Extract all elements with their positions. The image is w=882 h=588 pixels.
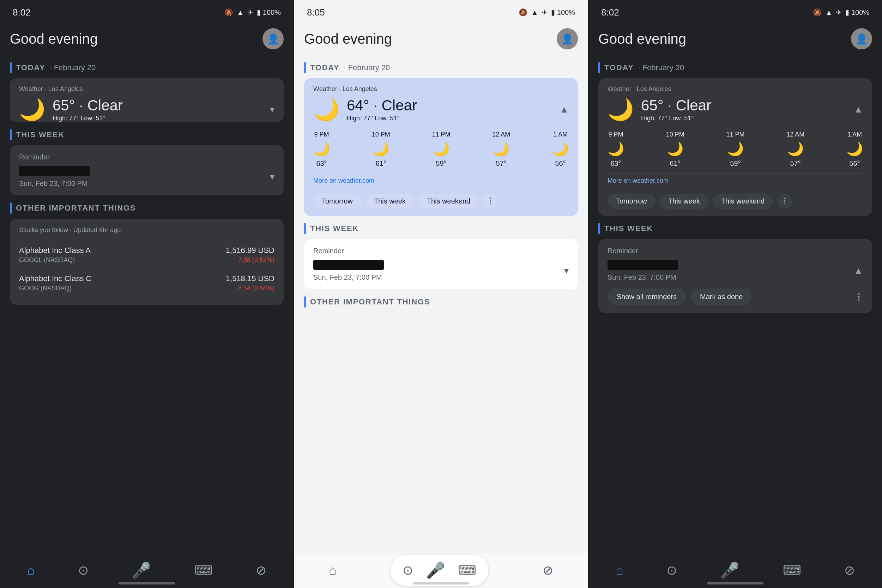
hour-item-2-4: 1 AM 🌙 56°: [552, 131, 569, 168]
hour-temp-3-1: 61°: [670, 159, 681, 168]
moon-icon-1: 🌙: [19, 97, 45, 122]
weather-card-3: Weather · Los Angeles 🌙 65° · Clear High…: [598, 78, 872, 216]
weather-collapse-btn-3[interactable]: ▲: [854, 104, 863, 115]
thisweek-label-1: THIS WEEK: [16, 130, 64, 140]
mute-icon-3: 🔕: [813, 8, 822, 16]
status-bar-1: 8:02 🔕 ▲ ✈ ▮ 100%: [0, 0, 294, 21]
avatar-1[interactable]: 👤: [262, 28, 284, 50]
chip-tomorrow-3[interactable]: Tomorrow: [608, 194, 656, 209]
reminder-card-3: Reminder Sun, Feb 23, 7:00 PM ▲ Show all…: [598, 239, 872, 313]
hour-label-3-3: 12 AM: [786, 131, 804, 138]
home-nav-icon-3[interactable]: ⌂: [612, 560, 627, 581]
stocks-header-1: Stocks you follow · Updated 6hr ago: [19, 226, 274, 234]
airplane-icon-2: ✈: [542, 8, 548, 16]
weather-link-3[interactable]: More on weather.com: [608, 173, 863, 189]
compass-nav-icon-2[interactable]: ⊘: [539, 560, 557, 581]
panel-content-3: Good evening 👤 TODAY · February 20 Weath…: [588, 21, 882, 553]
keyboard-nav-icon-3[interactable]: ⌨: [779, 560, 805, 581]
chip-thisweekend-2[interactable]: This weekend: [418, 194, 479, 209]
today-label-3: TODAY: [604, 63, 634, 72]
reminder-chevron-1[interactable]: ▾: [270, 171, 274, 182]
hour-item-3-3: 12 AM 🌙 57°: [786, 131, 804, 168]
stock-value-2: 1,518.15 USD: [226, 274, 274, 283]
reminder-actions-3: Show all reminders Mark as done ⋮: [608, 288, 863, 305]
weather-main-1: 🌙 65° · Clear High: 77° Low: 51° ▾: [19, 97, 274, 122]
section-bar-3: [598, 62, 600, 74]
weather-link-2[interactable]: More on weather.com: [313, 173, 569, 189]
home-nav-icon-1[interactable]: ⌂: [24, 560, 39, 581]
show-all-reminders-btn[interactable]: Show all reminders: [608, 288, 686, 305]
chip-tomorrow-2[interactable]: Tomorrow: [313, 194, 361, 209]
home-indicator-1: [118, 582, 175, 585]
thisweek-label-3: THIS WEEK: [604, 224, 653, 233]
lens-nav-icon-3[interactable]: ⊙: [663, 560, 681, 581]
section-bar-oi2: [304, 296, 306, 308]
avatar-2[interactable]: 👤: [557, 28, 578, 50]
lens-nav-icon-2[interactable]: ⊙: [399, 560, 417, 581]
hour-item-3-0: 9 PM 🌙 63°: [608, 131, 624, 168]
wifi-icon: ▲: [237, 9, 244, 16]
phone-panel-2: 8:05 🔕 ▲ ✈ ▮ 100% Good evening 👤 TODAY ·…: [294, 0, 588, 588]
hour-temp-2-1: 61°: [376, 159, 386, 168]
reminder-label-1: Reminder: [19, 153, 274, 161]
stock-change-2: 8.54 (0.56%): [226, 285, 274, 292]
reminder-title-bar-3: [608, 260, 678, 270]
section-bar-oi1: [10, 202, 12, 214]
keyboard-nav-icon-1[interactable]: ⌨: [191, 560, 216, 581]
chip-thisweekend-3[interactable]: This weekend: [712, 194, 773, 209]
stocks-card-1: Stocks you follow · Updated 6hr ago Alph…: [10, 219, 284, 305]
stock-ticker-1: GOOGL (NASDAQ): [19, 256, 91, 264]
chip-thisweek-2[interactable]: This week: [366, 194, 414, 209]
mic-nav-icon-2[interactable]: 🎤: [422, 558, 449, 583]
weather-temp-3: 65° · Clear: [641, 97, 711, 114]
more-btn-2[interactable]: ⋮: [483, 194, 498, 208]
bottom-nav-1: ⌂ ⊙ 🎤 ⌨ ⊘: [0, 553, 294, 588]
hour-label-2-2: 11 PM: [432, 131, 450, 138]
home-nav-icon-2[interactable]: ⌂: [325, 560, 340, 581]
reminder-date-3: Sun, Feb 23, 7:00 PM: [608, 273, 678, 282]
keyboard-nav-icon-2[interactable]: ⌨: [454, 560, 480, 581]
hour-item-3-1: 10 PM 🌙 61°: [666, 131, 684, 168]
more-btn-3[interactable]: ⋮: [777, 194, 792, 208]
stock-row-1[interactable]: Alphabet Inc Class A GOOGL (NASDAQ) 1,51…: [19, 241, 274, 269]
greeting-2: Good evening: [304, 31, 392, 47]
status-icons-1: 🔕 ▲ ✈ ▮ 100%: [224, 8, 281, 16]
weather-card-1: Weather · Los Angeles 🌙 65° · Clear High…: [10, 78, 284, 122]
hour-label-3-1: 10 PM: [666, 131, 684, 138]
reminder-date-1: Sun, Feb 23, 7:00 PM: [19, 180, 90, 188]
hour-temp-3-2: 59°: [730, 159, 741, 168]
mic-nav-icon-1[interactable]: 🎤: [128, 558, 154, 583]
reminder-chevron-3[interactable]: ▲: [854, 265, 863, 276]
compass-nav-icon-3[interactable]: ⊘: [841, 560, 858, 581]
reminder-title-bar-2: [313, 260, 384, 270]
chip-thisweek-3[interactable]: This week: [660, 194, 708, 209]
mic-nav-icon-3[interactable]: 🎤: [717, 558, 743, 583]
hour-label-2-4: 1 AM: [553, 131, 568, 138]
panel-header-3: Good evening 👤: [598, 21, 872, 55]
weather-expand-btn-1[interactable]: ▾: [270, 104, 274, 115]
section-bar-2: [304, 62, 306, 74]
section-bar-tw1: [10, 129, 12, 140]
hourly-forecast-3: 9 PM 🌙 63° 10 PM 🌙 61° 11 PM 🌙 59° 12 AM…: [608, 125, 863, 170]
airplane-icon: ✈: [248, 8, 253, 16]
other-label-2: OTHER IMPORTANT THINGS: [310, 297, 430, 306]
other-label-1: OTHER IMPORTANT THINGS: [16, 204, 136, 213]
weather-collapse-btn-2[interactable]: ▲: [560, 104, 569, 115]
greeting-1: Good evening: [10, 31, 98, 47]
section-bar-tw2: [304, 223, 306, 234]
weather-left-3: 🌙 65° · Clear High: 77° Low: 51°: [608, 97, 711, 122]
section-bar-1: [10, 62, 12, 74]
today-date-2: · February 20: [344, 63, 390, 72]
thisweek-section-3: THIS WEEK: [598, 223, 872, 234]
hour-label-3-0: 9 PM: [608, 131, 623, 138]
status-time-2: 8:05: [307, 7, 325, 18]
reminder-content-1: Sun, Feb 23, 7:00 PM ▾: [19, 166, 274, 188]
reminder-chevron-2[interactable]: ▾: [564, 265, 569, 276]
mark-as-done-btn[interactable]: Mark as done: [691, 288, 752, 305]
stock-row-2[interactable]: Alphabet Inc Class C GOOG (NASDAQ) 1,518…: [19, 269, 274, 297]
home-indicator-3: [707, 582, 764, 585]
lens-nav-icon-1[interactable]: ⊙: [75, 560, 92, 581]
avatar-3[interactable]: 👤: [851, 28, 872, 50]
compass-nav-icon-1[interactable]: ⊘: [252, 560, 270, 581]
reminder-more-btn-3[interactable]: ⋮: [855, 292, 863, 302]
